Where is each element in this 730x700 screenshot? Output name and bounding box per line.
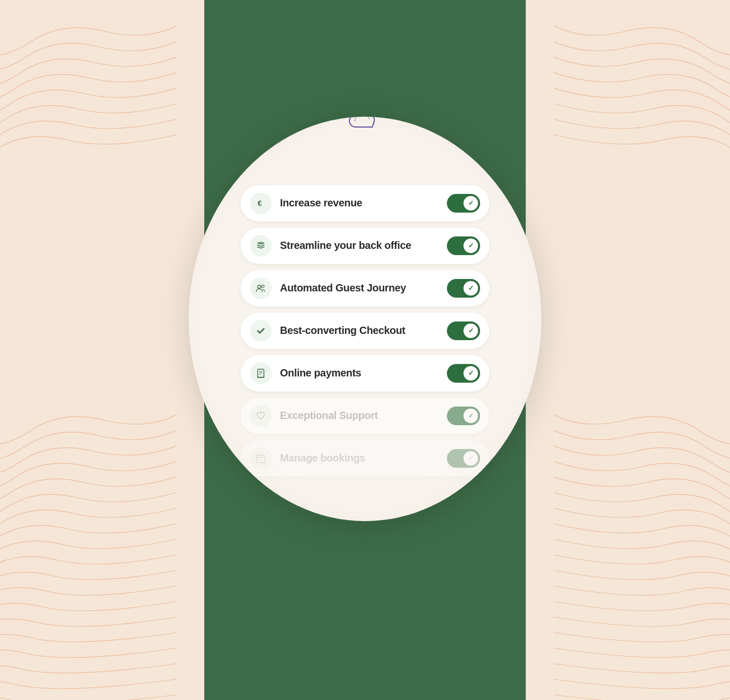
item-label-manage-bookings: Manage bookings <box>280 452 439 464</box>
cloud-icon-wrapper <box>344 117 386 135</box>
people-icon-circle <box>250 277 272 299</box>
calendar-icon-circle <box>250 447 272 469</box>
svg-text:€: € <box>258 199 262 207</box>
svg-rect-4 <box>258 369 264 377</box>
toggle-increase-revenue[interactable]: ✓ <box>447 194 480 213</box>
item-online-payments[interactable]: Online payments ✓ <box>241 355 489 391</box>
check-icon <box>255 325 266 337</box>
toggle-automated-guest-journey[interactable]: ✓ <box>447 279 480 298</box>
item-label-best-converting-checkout: Best-converting Checkout <box>280 325 439 337</box>
cloud-icon <box>344 117 386 133</box>
toggle-manage-bookings[interactable]: ✓ <box>447 449 480 468</box>
layers-icon <box>255 240 266 251</box>
check-icon-circle <box>250 320 272 342</box>
toggle-online-payments[interactable]: ✓ <box>447 364 480 383</box>
item-manage-bookings[interactable]: Manage bookings ✓ <box>241 440 489 477</box>
item-label-automated-guest-journey: Automated Guest Journey <box>280 282 439 294</box>
calendar-icon <box>255 453 266 464</box>
item-label-streamline-back-office: Streamline your back office <box>280 240 439 251</box>
receipt-icon <box>255 368 266 379</box>
heart-icon <box>255 410 266 422</box>
svg-point-1 <box>257 242 264 244</box>
toggle-knob-exceptional-support: ✓ <box>464 409 478 423</box>
item-label-exceptional-support: Exceptional Support <box>280 410 439 422</box>
toggle-streamline-back-office[interactable]: ✓ <box>447 236 480 255</box>
people-icon <box>255 283 266 294</box>
item-increase-revenue[interactable]: € Increase revenue ✓ <box>241 185 489 221</box>
toggle-knob-online-payments: ✓ <box>464 366 478 381</box>
item-best-converting-checkout[interactable]: Best-converting Checkout ✓ <box>241 313 489 349</box>
svg-point-3 <box>262 285 264 287</box>
item-exceptional-support[interactable]: Exceptional Support ✓ <box>241 398 489 434</box>
heart-icon-circle <box>250 405 272 427</box>
toggle-knob-streamline-back-office: ✓ <box>464 239 478 253</box>
euro-icon-circle: € <box>250 192 272 214</box>
toggle-knob-automated-guest-journey: ✓ <box>464 281 478 296</box>
items-list: € Increase revenue ✓ Streamline your bac… <box>230 170 500 479</box>
item-automated-guest-journey[interactable]: Automated Guest Journey ✓ <box>241 270 489 306</box>
item-streamline-back-office[interactable]: Streamline your back office ✓ <box>241 228 489 264</box>
layers-icon-circle <box>250 235 272 257</box>
toggle-best-converting-checkout[interactable]: ✓ <box>447 321 480 340</box>
receipt-icon-circle <box>250 362 272 384</box>
euro-icon: € <box>255 198 266 209</box>
svg-rect-5 <box>257 455 265 463</box>
toggle-knob-increase-revenue: ✓ <box>464 196 478 211</box>
svg-point-2 <box>258 285 261 288</box>
toggle-knob-manage-bookings: ✓ <box>464 451 478 466</box>
main-circle: € Increase revenue ✓ Streamline your bac… <box>189 117 541 521</box>
item-label-online-payments: Online payments <box>280 367 439 379</box>
toggle-exceptional-support[interactable]: ✓ <box>447 407 480 425</box>
toggle-knob-best-converting-checkout: ✓ <box>464 324 478 338</box>
item-label-increase-revenue: Increase revenue <box>280 197 439 209</box>
